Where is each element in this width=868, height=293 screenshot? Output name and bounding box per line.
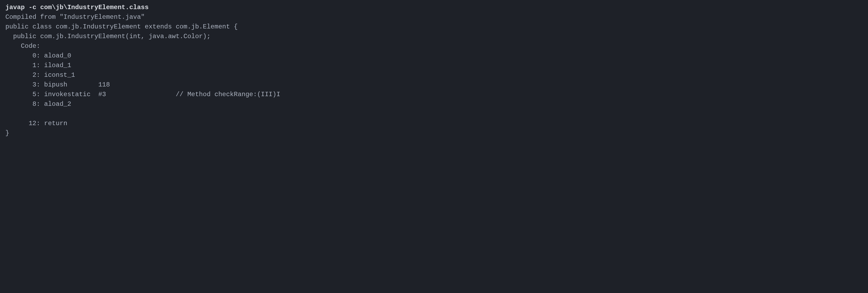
bytecode-instruction: 0: aload_0 <box>5 52 71 59</box>
bytecode-instruction: 12: return <box>5 120 67 127</box>
bytecode-instruction: 8: aload_2 <box>5 100 71 108</box>
class-close: } <box>5 129 9 137</box>
class-declaration: public class com.jb.IndustryElement exte… <box>5 23 238 30</box>
compiled-from-line: Compiled from "IndustryElement.java" <box>5 13 145 21</box>
bytecode-instruction: 1: iload_1 <box>5 62 71 69</box>
bytecode-instruction: 5: invokestatic #3 // Method checkRange:… <box>5 91 280 98</box>
bytecode-instruction: 2: iconst_1 <box>5 71 75 79</box>
constructor-signature: public com.jb.IndustryElement(int, java.… <box>5 33 211 40</box>
code-label: Code: <box>5 42 40 50</box>
command-line: javap -c com\jb\IndustryElement.class <box>5 4 149 11</box>
bytecode-instruction: 3: bipush 118 <box>5 81 110 88</box>
